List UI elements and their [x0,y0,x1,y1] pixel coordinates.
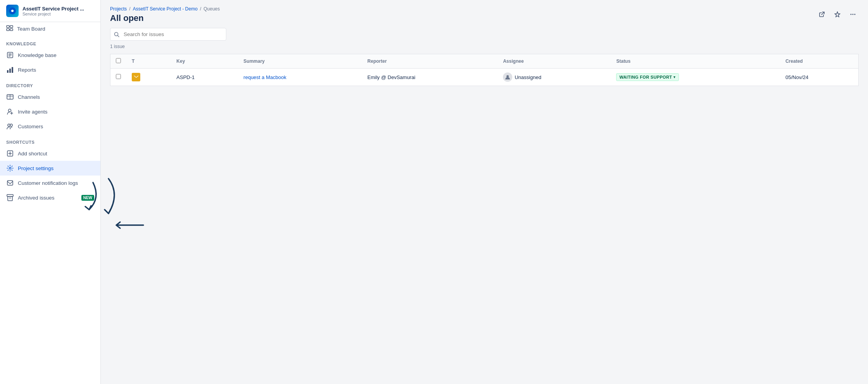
breadcrumb: Projects / AssetIT Service Project - Dem… [110,6,220,12]
svg-point-30 [852,14,854,15]
col-header-status: Status [611,54,780,69]
main-content: Projects / AssetIT Service Project - Dem… [101,0,868,384]
add-shortcut-label: Add shortcut [18,151,47,157]
search-input[interactable] [110,28,226,41]
sidebar-item-invite-agents[interactable]: Invite agents [0,104,100,119]
assignee-value: Unassigned [503,72,605,82]
svg-point-16 [9,109,11,112]
col-header-type: T [126,54,171,69]
svg-rect-4 [7,29,9,31]
reports-icon [6,66,14,74]
project-info: AssetIT Service Project ... Service proj… [22,6,84,16]
knowledge-base-icon [6,51,14,59]
star-button[interactable] [832,9,843,20]
sidebar-item-notification-logs[interactable]: Customer notification logs [0,176,100,190]
sidebar-item-knowledge-base[interactable]: Knowledge base [0,48,100,62]
breadcrumb-projects[interactable]: Projects [110,6,127,12]
channels-icon [6,93,14,101]
issue-key: ASPD-1 [176,74,195,80]
notification-logs-icon [6,179,14,187]
svg-rect-11 [9,69,11,73]
status-chevron-icon: ▾ [673,75,675,79]
sidebar-item-archived-issues[interactable]: Archived issues NEW [0,190,100,205]
assignee-name: Unassigned [515,74,541,80]
shortcuts-section-label: Shortcuts [0,134,100,146]
project-settings-label: Project settings [18,165,53,171]
sidebar-item-channels[interactable]: Channels [0,90,100,104]
row-key-cell: ASPD-1 [171,69,238,86]
row-reporter-cell: Emily @ DevSamurai [362,69,498,86]
row-checkbox[interactable] [116,74,121,79]
invite-agents-icon [6,108,14,115]
directory-section-label: Directory [0,77,100,90]
svg-point-29 [851,14,852,15]
sidebar-item-project-settings[interactable]: Project settings [0,161,100,176]
svg-rect-27 [8,196,12,201]
svg-point-19 [8,124,10,126]
sidebar-item-team-board[interactable]: Team Board [0,22,100,35]
col-header-checkbox [110,54,127,69]
col-header-reporter: Reporter [362,54,498,69]
svg-rect-12 [12,67,13,73]
issue-summary-link[interactable]: request a Macbook [243,74,286,80]
project-avatar [6,5,19,17]
svg-rect-10 [7,70,9,73]
archived-issues-badge: NEW [81,195,94,201]
project-name: AssetIT Service Project ... [22,6,84,12]
issue-type-email-icon [132,73,140,81]
row-checkbox-cell [110,69,127,86]
sidebar-header: AssetIT Service Project ... Service proj… [0,0,100,22]
page-title: All open [110,12,220,28]
svg-rect-3 [10,26,13,28]
row-assignee-cell: Unassigned [498,69,611,86]
issue-table: T Key Summary Reporter Assignee Status C… [110,54,859,86]
reporter-value: Emily @ DevSamurai [367,74,492,80]
svg-point-31 [854,14,856,15]
team-board-label: Team Board [17,26,45,32]
reporter-name: Emily @ DevSamurai [367,74,492,80]
svg-point-1 [11,10,14,12]
svg-point-20 [10,124,12,126]
svg-rect-25 [7,181,13,185]
created-date: 05/Nov/24 [785,74,808,80]
gear-icon [6,164,14,172]
customers-icon [6,122,14,130]
project-type: Service project [22,12,84,16]
more-options-button[interactable] [847,9,859,20]
search-icon [114,32,119,37]
notification-logs-label: Customer notification logs [18,180,78,186]
col-header-key: Key [171,54,238,69]
col-header-summary: Summary [238,54,362,69]
svg-rect-5 [10,29,13,31]
row-summary-cell: request a Macbook [238,69,362,86]
issue-count: 1 issue [110,44,859,49]
sidebar: AssetIT Service Project ... Service proj… [0,0,101,384]
search-bar [110,28,226,41]
table-row: ASPD-1 request a Macbook Emily @ DevSamu… [110,69,859,86]
svg-point-24 [9,167,11,169]
status-text: WAITING FOR SUPPORT [619,75,672,79]
status-badge[interactable]: WAITING FOR SUPPORT ▾ [616,73,679,81]
reports-label: Reports [18,67,36,73]
channels-label: Channels [18,94,40,100]
external-link-button[interactable] [816,9,828,20]
archive-icon [6,194,14,201]
avatar [503,72,512,82]
sidebar-item-reports[interactable]: Reports [0,62,100,77]
select-all-checkbox[interactable] [116,58,121,63]
svg-rect-2 [7,26,9,28]
row-status-cell: WAITING FOR SUPPORT ▾ [611,69,780,86]
row-type-cell [126,69,171,86]
add-shortcut-icon [6,150,14,157]
table-header: T Key Summary Reporter Assignee Status C… [110,54,859,69]
sidebar-item-add-shortcut[interactable]: Add shortcut [0,146,100,161]
row-created-cell: 05/Nov/24 [780,69,859,86]
knowledge-base-label: Knowledge base [18,52,57,58]
customers-label: Customers [18,124,43,129]
sidebar-item-customers[interactable]: Customers [0,119,100,134]
breadcrumb-queues: Queues [203,6,220,12]
breadcrumb-service-project[interactable]: AssetIT Service Project - Demo [133,6,198,12]
archived-issues-label: Archived issues [18,195,55,201]
team-board-icon [6,25,13,32]
main-body: 1 issue T Key Summary Reporter Assignee … [101,28,868,384]
